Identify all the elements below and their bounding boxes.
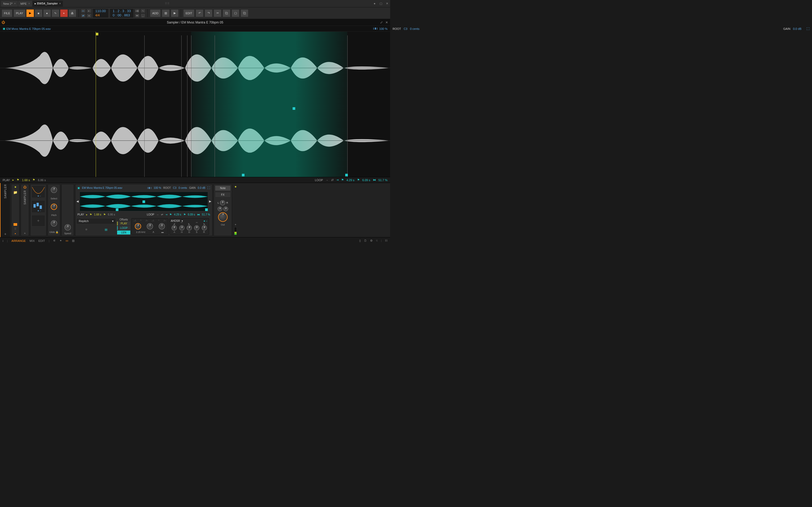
groove-icon[interactable]: ⧓ <box>135 13 140 18</box>
power-icon[interactable]: ⏻ <box>2 20 5 24</box>
filter-res-knob[interactable] <box>147 223 153 229</box>
info-icon[interactable]: i <box>3 239 3 242</box>
env-shape-a-icon[interactable]: ◢ <box>173 222 175 225</box>
filter-lp2-icon[interactable]: ⌐\ <box>152 219 154 222</box>
freeze-icon[interactable]: ❄ <box>85 228 88 231</box>
stop-button[interactable]: ■ <box>35 9 43 17</box>
mini-root-cents[interactable]: 0 cents <box>179 186 187 189</box>
env-shape-s-icon[interactable]: ▔ <box>196 222 198 225</box>
punch-in-icon[interactable]: ▸ <box>87 9 92 13</box>
close-window-icon[interactable]: ✕ <box>386 2 389 5</box>
sample-filename[interactable]: EM Mvoc Mantra E 70bpm 05.wav <box>6 27 51 31</box>
automation-write-button[interactable]: ∿ <box>52 9 59 17</box>
popout-icon[interactable]: ⤢ <box>380 20 383 24</box>
arrange-view-button[interactable]: ARRANGE <box>11 239 26 242</box>
loop-snap-icon[interactable]: ⇥ <box>336 178 339 182</box>
filter-env-icon[interactable]: ▬ <box>161 231 164 233</box>
loop-toggle-icon[interactable]: ▭ <box>81 9 86 13</box>
mini-root-note[interactable]: C3 <box>173 186 176 189</box>
mini-filename[interactable]: EM Mvoc Mantra E 70bpm 05.wav <box>82 186 122 189</box>
zoom-icon[interactable]: ⦀▮⦀ <box>373 27 378 31</box>
note-tab-button[interactable]: Note <box>215 185 231 191</box>
filter-bp2-icon[interactable]: ⌃ <box>158 219 160 222</box>
piano-icon[interactable]: ▥ <box>162 9 170 17</box>
loop-xfade-value[interactable]: 51.7 % <box>378 178 388 182</box>
env-shape-r-icon[interactable]: ◣ <box>204 222 205 225</box>
pan-knob[interactable] <box>220 200 225 206</box>
multisample-grid[interactable]: ●→ <box>32 200 45 213</box>
out-gain-knob[interactable] <box>218 212 227 222</box>
edit-view-button[interactable]: EDIT <box>38 239 45 242</box>
loop-start-value[interactable]: 4.29 s <box>347 178 354 182</box>
mini-waveform[interactable] <box>80 192 208 211</box>
bar-beat-position[interactable]: 1 . 2 . 3 . 33 <box>113 9 131 13</box>
mute-indicator[interactable]: ■ <box>14 185 16 188</box>
settings-icon[interactable]: ⚙ <box>370 239 373 242</box>
env-s-knob[interactable] <box>194 225 199 230</box>
pitch-curve[interactable]: ●→ <box>32 185 45 198</box>
redo-button[interactable]: ↷ <box>205 9 212 17</box>
copy-button[interactable]: ⿻ <box>222 9 231 17</box>
edit-button[interactable]: EDIT <box>183 9 195 17</box>
mini-play-flag2-icon[interactable]: ⚑ <box>103 213 106 216</box>
close-icon[interactable]: × <box>59 2 61 5</box>
env-r-knob[interactable] <box>202 225 207 230</box>
filter-freq-knob[interactable] <box>135 223 141 229</box>
mini-zoom[interactable]: 100 % <box>154 186 161 189</box>
loop-end-line[interactable] <box>347 36 348 177</box>
fw-icon[interactable]: ▸ <box>12 178 14 182</box>
aux2-knob[interactable] <box>223 207 228 211</box>
play-start-marker[interactable] <box>96 32 96 177</box>
filter-hp-icon[interactable]: /¬ <box>146 219 148 222</box>
offset-play-button[interactable]: PLAY <box>117 222 130 226</box>
playback-mode-select[interactable]: Repitch▾ <box>77 218 116 224</box>
filter-hp2-icon[interactable]: /¬ <box>164 219 166 222</box>
mini-zoom-icon[interactable]: ⦀▮⦀ <box>147 186 151 189</box>
mini-loop-xf[interactable]: 51.7 % <box>202 213 210 216</box>
position-display[interactable]: 1 . 2 . 3 . 33 0 : 00 . 863 <box>110 8 134 18</box>
loop-end-value[interactable]: 6.09 s <box>362 178 370 182</box>
filter-keytrack-icon[interactable]: ⩚ <box>152 231 155 233</box>
automation-icon[interactable]: ⎯ <box>141 13 145 18</box>
grid-icon[interactable]: ⠿ <box>14 227 16 231</box>
play-button[interactable]: ▶ <box>26 9 34 17</box>
env-a-knob[interactable] <box>171 225 177 230</box>
mini-xfade-icon[interactable]: ⧓ <box>197 213 200 216</box>
mini-loop-pp-icon[interactable]: ⇄ <box>161 213 163 216</box>
tempo-value[interactable]: 110.00 <box>95 9 106 13</box>
loop-start-flag-icon[interactable]: ⚑ <box>341 178 344 182</box>
xfade-icon[interactable]: ⧓ <box>373 178 376 182</box>
env-oneshot-icon[interactable]: ●→ <box>204 219 208 222</box>
duplicate-button[interactable]: ⿻ <box>241 9 248 17</box>
auto-icon[interactable]: ⚟ <box>53 239 56 242</box>
add-device-icon[interactable]: + <box>4 232 6 236</box>
offset-loop-button[interactable]: LOOP <box>117 226 130 230</box>
inner-power-icon[interactable]: ⏻ <box>23 185 27 189</box>
mini-play-start[interactable]: 1.68 s <box>94 213 101 216</box>
mini-loop-flag-icon[interactable]: ⚑ <box>169 213 172 216</box>
mini-loop-start-handle[interactable] <box>116 208 118 211</box>
time-position[interactable]: 0 : 00 . 863 <box>113 13 130 17</box>
mini-loop-dir-icon[interactable]: → <box>156 213 159 216</box>
play-start-handle[interactable] <box>96 33 98 36</box>
inner-add-icon[interactable]: + <box>24 232 26 235</box>
mini-loop-start[interactable]: 4.29 s <box>174 213 181 216</box>
aux1-knob[interactable] <box>217 207 222 211</box>
fx-tab-button[interactable]: FX <box>215 192 231 198</box>
tempo-display[interactable]: 110.00 4/4 <box>93 8 109 18</box>
preroll-icon[interactable]: ▸▮ <box>135 9 140 13</box>
device-panel-icon[interactable]: ▭ <box>65 239 68 242</box>
env-shape-d-icon[interactable]: ◣ <box>188 222 190 225</box>
add-slot[interactable]: + <box>32 215 45 227</box>
expand-icon[interactable] <box>13 223 17 226</box>
play-label-button[interactable]: PLAY <box>13 9 26 17</box>
mini-play-end[interactable]: 6.86 s <box>108 213 115 216</box>
project-tab[interactable]: New 2*× <box>1 1 18 7</box>
file-panel-icon[interactable]: 🗋 <box>364 239 367 242</box>
next-sample-icon[interactable]: ▶ <box>209 200 211 203</box>
mini-crop-icon[interactable]: ⛶ <box>207 186 210 189</box>
touch-icon[interactable]: ☟ <box>376 239 378 242</box>
loop-dir-icon[interactable]: → <box>326 178 328 182</box>
record-dot-icon[interactable]: ● <box>373 2 376 5</box>
export-button[interactable]: 🖶 <box>68 9 77 17</box>
